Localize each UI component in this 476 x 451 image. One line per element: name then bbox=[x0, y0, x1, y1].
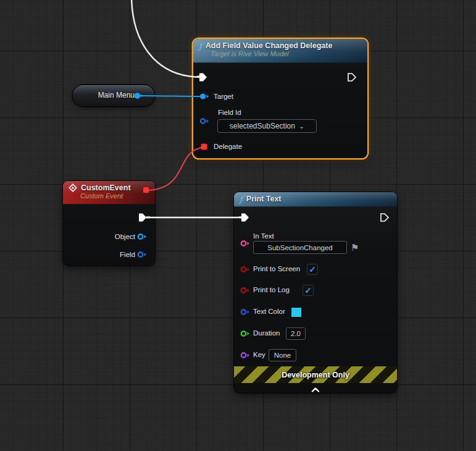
node-title: Add Field Value Changed Delegate bbox=[206, 41, 333, 50]
node-header[interactable]: ƒ Print Text bbox=[234, 192, 397, 207]
chevron-up-icon bbox=[311, 387, 320, 392]
collapse-node-button[interactable] bbox=[311, 384, 320, 395]
node-subtitle: Target is Rive View Model bbox=[199, 50, 362, 57]
print-to-screen-pin[interactable] bbox=[240, 266, 250, 273]
function-icon: ƒ bbox=[240, 195, 243, 203]
text-color-label: Text Color bbox=[253, 308, 285, 315]
object-pin-label: Object bbox=[115, 233, 135, 240]
node-header[interactable]: CustomEvent Custom Event bbox=[63, 181, 155, 204]
print-to-screen-checkbox[interactable]: ✓ bbox=[307, 264, 318, 275]
target-pin-label: Target bbox=[214, 93, 233, 100]
wire-exec-in-add-field[interactable] bbox=[132, 0, 202, 77]
in-text-pin[interactable] bbox=[240, 240, 250, 247]
object-pin[interactable] bbox=[137, 233, 147, 240]
node-custom-event[interactable]: CustomEvent Custom Event Object Field bbox=[63, 181, 155, 266]
development-only-banner: Development Only bbox=[234, 366, 397, 383]
print-to-screen-label: Print to Screen bbox=[253, 265, 300, 272]
in-text-pin-label: In Text bbox=[253, 232, 274, 240]
node-title: CustomEvent bbox=[81, 183, 131, 192]
key-input[interactable] bbox=[269, 349, 296, 361]
blueprint-graph-canvas[interactable]: ƒ Add Field Value Changed Delegate Targe… bbox=[0, 0, 476, 451]
check-icon: ✓ bbox=[304, 285, 312, 295]
print-to-log-checkbox[interactable]: ✓ bbox=[303, 285, 314, 296]
exec-out-pin[interactable] bbox=[380, 213, 390, 222]
field-id-pin[interactable] bbox=[199, 117, 209, 125]
key-label: Key bbox=[253, 351, 265, 358]
variable-label: Main Menu bbox=[98, 91, 135, 99]
node-subtitle: Custom Event bbox=[69, 192, 149, 200]
field-pin-label: Field bbox=[120, 251, 135, 258]
print-to-log-pin[interactable] bbox=[240, 287, 250, 294]
node-header[interactable]: ƒ Add Field Value Changed Delegate Targe… bbox=[193, 39, 367, 63]
delegate-pin-label: Delegate bbox=[214, 143, 242, 150]
duration-input[interactable] bbox=[286, 327, 306, 340]
duration-pin[interactable] bbox=[240, 330, 250, 337]
text-color-swatch[interactable] bbox=[291, 307, 302, 318]
chevron-down-icon: ⌄ bbox=[299, 123, 304, 130]
node-add-field-value-changed-delegate[interactable]: ƒ Add Field Value Changed Delegate Targe… bbox=[193, 39, 367, 158]
in-text-input[interactable] bbox=[253, 241, 347, 254]
event-icon bbox=[69, 183, 77, 192]
exec-out-pin[interactable] bbox=[347, 72, 357, 82]
field-id-pin-label: Field Id bbox=[218, 109, 241, 116]
node-print-text[interactable]: ƒ Print Text In Text ⚑ Print to Screen ✓ bbox=[234, 192, 397, 393]
development-only-text: Development Only bbox=[282, 371, 349, 379]
field-id-dropdown-value: selectedSubSection bbox=[230, 122, 295, 130]
print-to-log-label: Print to Log bbox=[253, 286, 290, 293]
function-icon: ƒ bbox=[199, 42, 202, 50]
duration-label: Duration bbox=[253, 329, 280, 337]
node-title: Print Text bbox=[246, 195, 282, 203]
field-id-dropdown[interactable]: selectedSubSection ⌄ bbox=[217, 119, 317, 133]
wire-main-menu-to-target[interactable] bbox=[140, 96, 204, 96]
text-color-pin[interactable] bbox=[240, 308, 250, 316]
field-pin[interactable] bbox=[137, 251, 147, 258]
key-pin[interactable] bbox=[240, 352, 250, 359]
localization-flag-icon[interactable]: ⚑ bbox=[351, 243, 359, 252]
check-icon: ✓ bbox=[309, 264, 316, 274]
